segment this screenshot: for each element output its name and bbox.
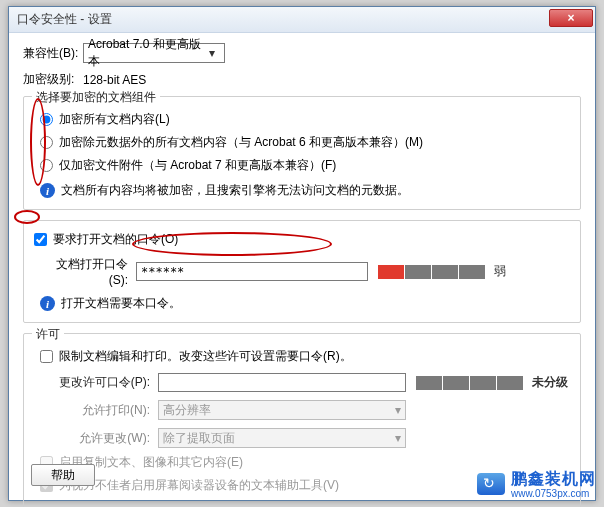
perm-pw-label: 更改许可口令(P): <box>40 374 158 391</box>
encrypt-components-group: 选择要加密的文档组件 加密所有文档内容(L) 加密除元数据外的所有文档内容（与 … <box>23 96 581 210</box>
radio-encrypt-except-meta-input[interactable] <box>40 136 53 149</box>
pw-strength-meter <box>378 265 486 279</box>
compat-select[interactable]: Acrobat 7.0 和更高版本 ▾ <box>83 43 225 63</box>
open-pw-label: 文档打开口令(S): <box>40 256 136 287</box>
close-icon: × <box>567 11 574 25</box>
compat-label: 兼容性(B): <box>23 45 83 62</box>
meter-seg <box>416 376 442 390</box>
allow-change-select: 除了提取页面 ▾ <box>158 428 406 448</box>
enclevel-row: 加密级别: 128-bit AES <box>23 71 581 88</box>
meter-seg <box>497 376 523 390</box>
allow-change-label: 允许更改(W): <box>40 430 158 447</box>
perm-pw-input[interactable] <box>158 373 406 392</box>
encrypt-components-legend: 选择要加密的文档组件 <box>32 89 160 106</box>
chevron-down-icon: ▾ <box>205 46 220 60</box>
open-password-group: 要求打开文档的口令(O) 文档打开口令(S): 弱 i 打开文档需要本口令。 <box>23 220 581 323</box>
meter-seg <box>470 376 496 390</box>
open-pw-info-row: i 打开文档需要本口令。 <box>40 295 570 312</box>
info-icon: i <box>40 296 55 311</box>
window-title: 口令安全性 - 设置 <box>17 11 112 28</box>
permissions-legend: 许可 <box>32 326 64 343</box>
enclevel-label: 加密级别: <box>23 71 83 88</box>
compat-value: Acrobat 7.0 和更高版本 <box>88 36 205 70</box>
meter-seg <box>378 265 404 279</box>
meter-seg <box>459 265 485 279</box>
require-open-pw-label: 要求打开文档的口令(O) <box>53 231 178 248</box>
radio-encrypt-attachments-input[interactable] <box>40 159 53 172</box>
radio-encrypt-all[interactable]: 加密所有文档内容(L) <box>40 111 570 128</box>
radio-encrypt-all-label: 加密所有文档内容(L) <box>59 111 170 128</box>
radio-encrypt-except-meta-label: 加密除元数据外的所有文档内容（与 Acrobat 6 和更高版本兼容）(M) <box>59 134 423 151</box>
pw-strength-label: 弱 <box>494 263 506 280</box>
chevron-down-icon: ▾ <box>395 431 401 445</box>
require-open-pw-row[interactable]: 要求打开文档的口令(O) <box>34 231 570 248</box>
compat-row: 兼容性(B): Acrobat 7.0 和更高版本 ▾ <box>23 43 581 63</box>
encrypt-info-row: i 文档所有内容均将被加密，且搜索引擎将无法访问文档的元数据。 <box>40 182 570 199</box>
titlebar: 口令安全性 - 设置 × <box>9 7 595 33</box>
allow-print-row: 允许打印(N): 高分辨率 ▾ <box>40 400 570 420</box>
dialog-content: 兼容性(B): Acrobat 7.0 和更高版本 ▾ 加密级别: 128-bi… <box>9 33 595 507</box>
help-button-label: 帮助 <box>51 467 75 484</box>
radio-encrypt-attachments[interactable]: 仅加密文件附件（与 Acrobat 7 和更高版本兼容）(F) <box>40 157 570 174</box>
restrict-editing-label: 限制文档编辑和打印。改变这些许可设置需要口令(R)。 <box>59 348 352 365</box>
require-open-pw-checkbox[interactable] <box>34 233 47 246</box>
restrict-editing-checkbox[interactable] <box>40 350 53 363</box>
restrict-editing-row[interactable]: 限制文档编辑和打印。改变这些许可设置需要口令(R)。 <box>40 348 570 365</box>
watermark: 鹏鑫装机网 www.0753px.com <box>477 469 596 499</box>
chevron-down-icon: ▾ <box>395 403 401 417</box>
allow-change-row: 允许更改(W): 除了提取页面 ▾ <box>40 428 570 448</box>
encrypt-info-text: 文档所有内容均将被加密，且搜索引擎将无法访问文档的元数据。 <box>61 182 409 199</box>
radio-encrypt-all-input[interactable] <box>40 113 53 126</box>
perm-pw-row: 更改许可口令(P): 未分级 <box>40 373 570 392</box>
allow-change-value: 除了提取页面 <box>163 430 235 447</box>
perm-strength-label: 未分级 <box>532 374 568 391</box>
open-pw-input[interactable] <box>136 262 368 281</box>
meter-seg <box>432 265 458 279</box>
meter-seg <box>443 376 469 390</box>
allow-print-value: 高分辨率 <box>163 402 211 419</box>
watermark-url: www.0753px.com <box>511 488 596 499</box>
open-pw-info-text: 打开文档需要本口令。 <box>61 295 181 312</box>
watermark-name: 鹏鑫装机网 <box>511 469 596 490</box>
help-button[interactable]: 帮助 <box>31 464 95 486</box>
dialog-window: 口令安全性 - 设置 × 兼容性(B): Acrobat 7.0 和更高版本 ▾… <box>8 6 596 501</box>
enclevel-value: 128-bit AES <box>83 73 146 87</box>
allow-print-select: 高分辨率 ▾ <box>158 400 406 420</box>
close-button[interactable]: × <box>549 9 593 27</box>
enable-screenreader-label: 为视力不佳者启用屏幕阅读器设备的文本辅助工具(V) <box>59 477 339 494</box>
perm-strength-meter <box>416 376 524 390</box>
radio-encrypt-attachments-label: 仅加密文件附件（与 Acrobat 7 和更高版本兼容）(F) <box>59 157 336 174</box>
meter-seg <box>405 265 431 279</box>
watermark-logo-icon <box>477 473 505 495</box>
open-pw-row: 文档打开口令(S): 弱 <box>40 256 570 287</box>
info-icon: i <box>40 183 55 198</box>
allow-print-label: 允许打印(N): <box>40 402 158 419</box>
radio-encrypt-except-meta[interactable]: 加密除元数据外的所有文档内容（与 Acrobat 6 和更高版本兼容）(M) <box>40 134 570 151</box>
